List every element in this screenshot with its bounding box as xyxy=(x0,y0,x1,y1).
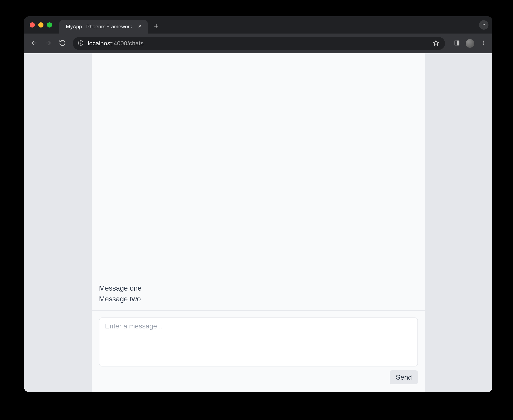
arrow-left-icon xyxy=(31,39,38,47)
svg-point-8 xyxy=(80,41,81,42)
url-host: localhost xyxy=(88,40,112,47)
browser-tab[interactable]: MyApp · Phoenix Framework xyxy=(59,20,148,34)
close-tab-button[interactable] xyxy=(137,24,143,30)
reload-icon xyxy=(59,39,66,47)
side-panel-button[interactable] xyxy=(451,38,462,49)
window-close-button[interactable] xyxy=(30,22,35,28)
panel-icon xyxy=(453,40,460,47)
browser-menu-button[interactable] xyxy=(478,38,489,49)
svg-point-13 xyxy=(483,41,484,42)
back-button[interactable] xyxy=(28,38,40,49)
browser-tab-title: MyApp · Phoenix Framework xyxy=(66,24,132,30)
svg-point-14 xyxy=(483,43,484,44)
message-input[interactable] xyxy=(99,317,418,367)
new-tab-button[interactable] xyxy=(151,22,161,31)
svg-rect-12 xyxy=(457,41,459,45)
forward-button[interactable] xyxy=(42,38,54,49)
send-row: Send xyxy=(99,370,418,384)
chat-container: Message one Message two Send xyxy=(92,53,425,392)
message-item: Message one xyxy=(99,283,418,294)
tabs-dropdown-button[interactable] xyxy=(479,20,489,30)
browser-window: MyApp · Phoenix Framework xyxy=(24,16,492,392)
svg-point-15 xyxy=(483,44,484,45)
arrow-right-icon xyxy=(45,39,52,47)
close-icon xyxy=(138,24,142,29)
window-minimize-button[interactable] xyxy=(38,22,43,28)
send-button[interactable]: Send xyxy=(390,370,418,384)
profile-avatar-button[interactable] xyxy=(466,39,474,48)
address-bar[interactable]: localhost:4000/chats xyxy=(73,37,445,50)
plus-icon xyxy=(153,23,159,30)
composer: Send xyxy=(92,311,425,392)
page-viewport: Message one Message two Send xyxy=(24,53,492,392)
info-icon xyxy=(78,40,84,47)
window-traffic-lights xyxy=(27,22,55,34)
url-rest: :4000/chats xyxy=(112,40,144,47)
bookmark-button[interactable] xyxy=(432,39,440,48)
messages-pane[interactable]: Message one Message two xyxy=(92,53,425,311)
toolbar-right xyxy=(449,38,489,49)
message-item: Message two xyxy=(99,294,418,304)
svg-marker-9 xyxy=(433,40,439,45)
reload-button[interactable] xyxy=(56,38,69,49)
chevron-down-icon xyxy=(481,22,486,28)
window-maximize-button[interactable] xyxy=(47,22,52,28)
browser-toolbar: localhost:4000/chats xyxy=(24,34,492,53)
kebab-icon xyxy=(480,40,487,47)
site-info-button[interactable] xyxy=(78,40,84,47)
url-text: localhost:4000/chats xyxy=(88,40,428,47)
tab-strip: MyApp · Phoenix Framework xyxy=(24,16,492,34)
star-icon xyxy=(433,40,439,47)
